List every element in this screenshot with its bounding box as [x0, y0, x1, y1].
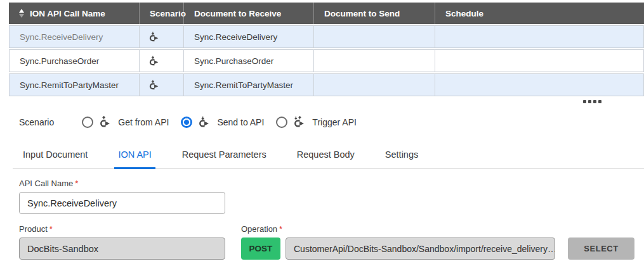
- column-header-document-to-send[interactable]: Document to Send: [314, 3, 435, 24]
- get-from-api-icon: [99, 116, 112, 128]
- tab-request-body[interactable]: Request Body: [293, 143, 358, 169]
- cell-ion-api-call-name[interactable]: Sync.RemitToPartyMaster: [9, 73, 140, 96]
- radio-option-label: Send to API: [217, 117, 264, 127]
- required-asterisk: *: [279, 224, 282, 234]
- required-asterisk: *: [49, 224, 53, 234]
- product-field-group: Product* DocBits-Sandbox: [19, 214, 225, 260]
- column-header-label: ION API Call Name: [30, 9, 105, 18]
- cell-schedule[interactable]: [435, 49, 644, 72]
- radio-unselected[interactable]: [276, 117, 287, 128]
- api-mapping-table: ION API Call Name Scenario Document to R…: [9, 1, 644, 98]
- scenario-label: Scenario: [19, 117, 54, 127]
- cell-document-to-receive[interactable]: Sync.RemitToPartyMaster: [184, 73, 314, 96]
- send-to-api-icon: [198, 116, 211, 128]
- trigger-api-icon: [293, 116, 306, 128]
- select-operation-button[interactable]: SELECT: [568, 238, 634, 260]
- product-label: Product*: [19, 224, 225, 234]
- cell-document-to-receive[interactable]: Sync.PurchaseOrder: [184, 49, 314, 72]
- http-method-badge: POST: [241, 238, 280, 260]
- radio-unselected[interactable]: [82, 117, 93, 128]
- send-to-api-icon: [148, 55, 161, 66]
- radio-selected[interactable]: [181, 117, 192, 128]
- product-input: DocBits-Sandbox: [19, 238, 225, 260]
- send-to-api-icon: [148, 79, 161, 91]
- cell-document-to-send[interactable]: [314, 49, 435, 72]
- table-row[interactable]: Sync.ReceiveDelivery Sync.ReceiveDeliver…: [9, 25, 644, 48]
- column-header-scenario[interactable]: Scenario: [140, 3, 184, 24]
- cell-document-to-send[interactable]: [314, 25, 435, 48]
- table-header-row: ION API Call Name Scenario Document to R…: [9, 3, 644, 24]
- api-call-name-label: API Call Name*: [19, 179, 644, 188]
- tab-bar: Input Document ION API Request Parameter…: [13, 143, 644, 168]
- radio-option-label: Trigger API: [312, 117, 357, 127]
- sort-icon[interactable]: [19, 9, 24, 18]
- tab-input-document[interactable]: Input Document: [19, 143, 91, 169]
- operation-path-input: CustomerApi/DocBits-Sandbox/Sandbox/impo…: [286, 238, 555, 260]
- send-to-api-icon: [148, 31, 161, 42]
- radio-option-trigger-api[interactable]: Trigger API: [276, 116, 357, 128]
- cell-scenario[interactable]: [140, 49, 184, 72]
- api-call-name-input[interactable]: Sync.ReceiveDelivery: [19, 192, 225, 214]
- cell-document-to-receive[interactable]: Sync.ReceiveDelivery: [184, 25, 314, 48]
- cell-document-to-send[interactable]: [314, 73, 435, 96]
- tab-ion-api[interactable]: ION API: [114, 143, 155, 169]
- operation-field-group: Operation* POST CustomerApi/DocBits-Sand…: [241, 214, 634, 260]
- table-row[interactable]: Sync.RemitToPartyMaster Sync.RemitToPart…: [9, 73, 644, 96]
- cell-ion-api-call-name[interactable]: Sync.PurchaseOrder: [9, 49, 140, 72]
- cell-scenario[interactable]: [140, 73, 184, 96]
- required-asterisk: *: [75, 179, 78, 188]
- radio-option-label: Get from API: [118, 117, 169, 127]
- cell-schedule[interactable]: [435, 73, 644, 96]
- tab-settings[interactable]: Settings: [381, 143, 422, 169]
- column-header-schedule[interactable]: Schedule: [435, 3, 644, 24]
- cell-schedule[interactable]: [435, 25, 644, 48]
- ion-api-form: API Call Name* Sync.ReceiveDelivery Prod…: [19, 179, 644, 260]
- radio-option-send-to-api[interactable]: Send to API: [181, 116, 264, 128]
- operation-label: Operation*: [241, 224, 634, 234]
- cell-scenario[interactable]: [140, 25, 184, 48]
- column-header-ion-api-call-name[interactable]: ION API Call Name: [9, 3, 140, 24]
- tab-request-parameters[interactable]: Request Parameters: [178, 143, 270, 169]
- table-row[interactable]: Sync.PurchaseOrder Sync.PurchaseOrder: [9, 49, 644, 72]
- scenario-radio-group: Scenario Get from API Send to API Trigge…: [19, 116, 644, 128]
- radio-option-get-from-api[interactable]: Get from API: [82, 116, 169, 128]
- cell-ion-api-call-name[interactable]: Sync.ReceiveDelivery: [9, 25, 140, 48]
- resize-grip[interactable]: [583, 100, 644, 103]
- column-header-document-to-receive[interactable]: Document to Receive: [184, 3, 314, 24]
